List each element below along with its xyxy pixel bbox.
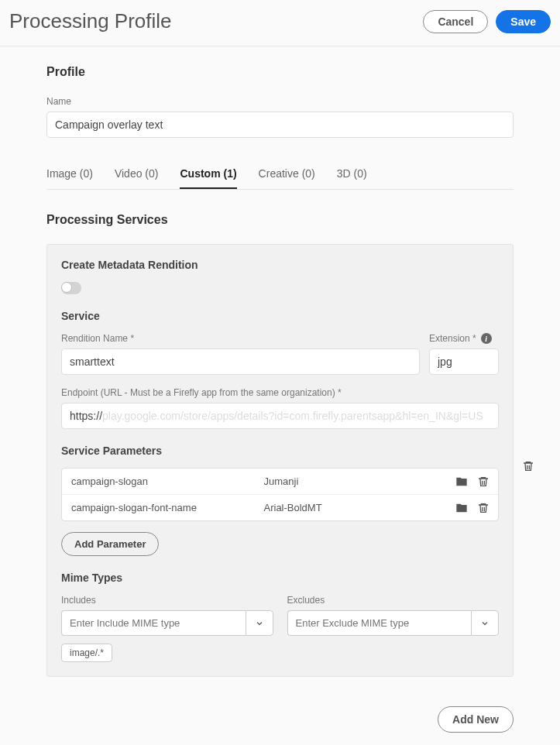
chevron-down-icon	[255, 619, 264, 628]
include-chip[interactable]: image/.*	[61, 644, 112, 662]
header-actions: Cancel Save	[423, 10, 551, 33]
endpoint-rest: play.google.com/store/apps/details?id=co…	[102, 410, 483, 422]
trash-icon[interactable]	[476, 475, 490, 489]
service-heading: Service	[61, 310, 499, 322]
includes-input[interactable]	[61, 610, 246, 636]
tab-image[interactable]: Image (0)	[46, 160, 93, 189]
param-actions	[447, 501, 498, 515]
tab-custom[interactable]: Custom (1)	[180, 160, 236, 189]
tab-3d[interactable]: 3D (0)	[337, 160, 367, 189]
profile-name-input[interactable]	[46, 112, 514, 138]
endpoint-input[interactable]: https://play.google.com/store/apps/detai…	[61, 403, 499, 429]
params-table: campaign-slogan Jumanji campaign-slogan-…	[61, 468, 499, 521]
excludes-dropdown-button[interactable]	[471, 610, 499, 636]
add-new-button[interactable]: Add New	[438, 706, 514, 733]
includes-combo	[61, 610, 273, 636]
excludes-label: Excludes	[287, 595, 500, 606]
services-section-title: Processing Services	[46, 213, 514, 227]
page-title: Processing Profile	[9, 9, 172, 33]
param-row: campaign-slogan-font-name Arial-BoldMT	[62, 495, 498, 520]
includes-dropdown-button[interactable]	[246, 610, 273, 636]
mime-types-title: Mime Types	[61, 572, 499, 584]
excludes-column: Excludes	[287, 595, 500, 662]
param-actions	[447, 475, 498, 489]
tabs: Image (0) Video (0) Custom (1) Creative …	[46, 160, 514, 190]
rendition-name-label: Rendition Name *	[61, 333, 420, 344]
save-button[interactable]: Save	[496, 10, 551, 33]
service-params-title: Service Parameters	[61, 445, 499, 457]
info-icon[interactable]: i	[481, 333, 492, 344]
page-header: Processing Profile Cancel Save	[0, 0, 560, 46]
excludes-input[interactable]	[287, 610, 472, 636]
rendition-name-input[interactable]	[61, 348, 420, 375]
param-key[interactable]: campaign-slogan-font-name	[62, 495, 255, 520]
add-parameter-button[interactable]: Add Parameter	[61, 532, 159, 556]
metadata-rendition-toggle[interactable]	[61, 282, 81, 294]
metadata-rendition-heading: Create Metadata Rendition	[61, 259, 499, 271]
includes-column: Includes image/.*	[61, 595, 273, 662]
extension-label: Extension *	[429, 333, 476, 344]
tab-video[interactable]: Video (0)	[115, 160, 159, 189]
param-value[interactable]: Jumanji	[255, 469, 448, 494]
extension-input[interactable]	[429, 348, 499, 375]
excludes-combo	[287, 610, 500, 636]
profile-section-title: Profile	[46, 65, 514, 79]
toggle-thumb	[61, 282, 72, 293]
trash-icon[interactable]	[476, 501, 490, 515]
mime-block: Includes image/.* Excludes	[61, 595, 499, 662]
service-card: Create Metadata Rendition Service Rendit…	[46, 244, 514, 677]
endpoint-prefix: https://	[70, 410, 102, 422]
param-value[interactable]: Arial-BoldMT	[255, 495, 448, 520]
folder-icon[interactable]	[455, 501, 469, 515]
includes-label: Includes	[61, 595, 273, 606]
footer: Add New	[0, 692, 560, 745]
tab-creative[interactable]: Creative (0)	[259, 160, 315, 189]
folder-icon[interactable]	[455, 475, 469, 489]
chevron-down-icon	[480, 619, 490, 628]
cancel-button[interactable]: Cancel	[423, 10, 488, 33]
param-row: campaign-slogan Jumanji	[62, 469, 498, 495]
content-area: Profile Name Image (0) Video (0) Custom …	[0, 46, 560, 692]
endpoint-label: Endpoint (URL - Must be a Firefly app fr…	[61, 387, 499, 398]
profile-name-label: Name	[46, 96, 514, 107]
delete-service-icon[interactable]	[521, 459, 535, 473]
param-key[interactable]: campaign-slogan	[62, 469, 255, 494]
